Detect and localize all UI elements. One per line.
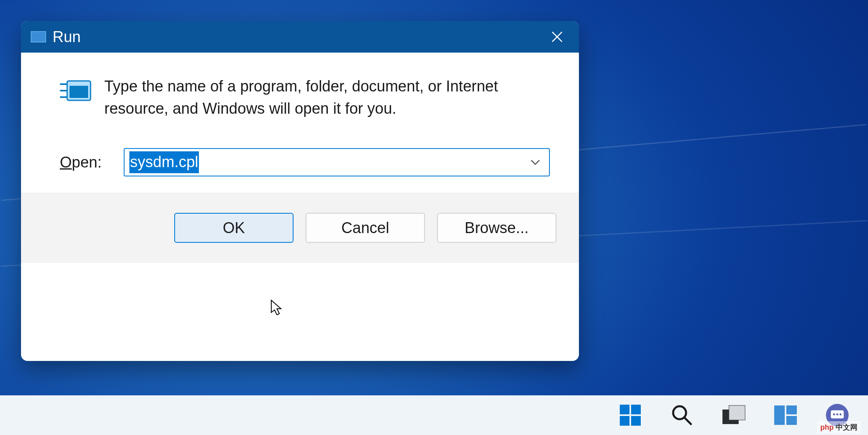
svg-rect-13	[786, 405, 797, 414]
cancel-button[interactable]: Cancel	[306, 213, 425, 243]
widgets-button[interactable]	[773, 402, 798, 428]
task-view-button[interactable]	[721, 402, 747, 428]
widgets-icon	[773, 405, 798, 426]
svg-rect-6	[620, 416, 629, 426]
windows-start-icon	[619, 404, 642, 427]
dialog-footer: OK Cancel Browse...	[21, 193, 579, 263]
svg-rect-3	[70, 86, 88, 98]
close-button[interactable]	[545, 25, 569, 49]
start-button[interactable]	[617, 402, 643, 428]
svg-rect-12	[774, 405, 785, 425]
search-icon	[671, 404, 693, 427]
taskbar[interactable]	[0, 395, 868, 435]
title-bar[interactable]: Run	[21, 21, 579, 53]
run-dialog: Run Type the name of a program, folder, …	[21, 21, 579, 361]
dialog-title: Run	[53, 28, 545, 46]
svg-rect-5	[631, 405, 641, 414]
watermark: php php 中文网中文网	[817, 421, 861, 433]
close-icon	[551, 30, 564, 43]
dialog-description: Type the name of a program, folder, docu…	[104, 75, 550, 120]
run-titlebar-icon	[31, 31, 46, 42]
svg-rect-7	[631, 416, 641, 426]
svg-rect-14	[786, 416, 797, 425]
dialog-body: Type the name of a program, folder, docu…	[21, 53, 579, 193]
open-label: Open:	[60, 154, 102, 171]
ok-button[interactable]: OK	[174, 213, 294, 243]
svg-line-9	[684, 418, 691, 424]
input-selected-text: sysdm.cpl	[129, 151, 199, 173]
svg-rect-11	[729, 405, 745, 420]
chevron-down-icon[interactable]	[530, 157, 540, 167]
svg-point-19	[840, 414, 842, 416]
run-icon	[60, 77, 92, 105]
svg-rect-4	[620, 405, 629, 414]
open-combobox[interactable]: sysdm.cpl	[124, 148, 550, 176]
svg-point-17	[833, 414, 835, 416]
input-row: Open: sysdm.cpl	[60, 148, 550, 176]
svg-point-18	[836, 414, 838, 416]
description-row: Type the name of a program, folder, docu…	[60, 75, 550, 120]
search-button[interactable]	[669, 402, 695, 428]
browse-button[interactable]: Browse...	[437, 213, 556, 243]
task-view-icon	[722, 405, 746, 426]
